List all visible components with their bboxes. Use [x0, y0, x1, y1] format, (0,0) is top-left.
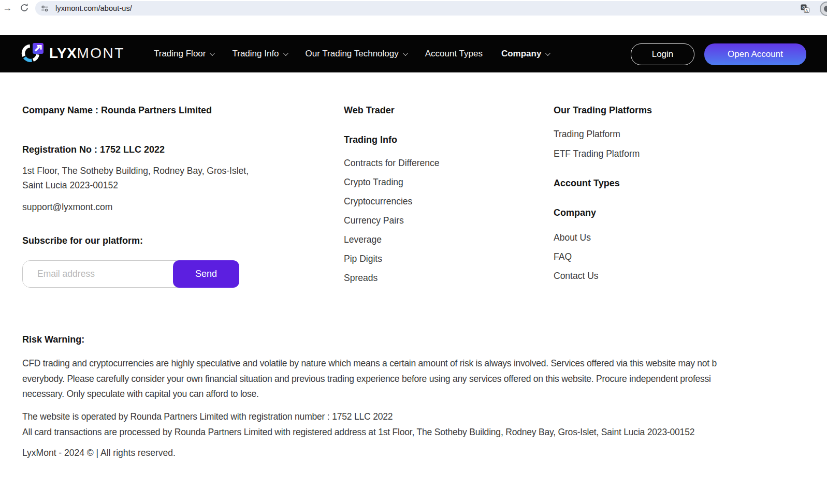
- footer-link-contracts-for-difference[interactable]: Contracts for Difference: [344, 154, 439, 173]
- trading-info-links: Contracts for Difference Crypto Trading …: [344, 154, 439, 288]
- risk-line-2: everybody. Please carefully consider you…: [22, 372, 827, 387]
- risk-warning-heading: Risk Warning:: [22, 334, 84, 345]
- brand-name-bold: LYX: [49, 45, 77, 62]
- send-button[interactable]: Send: [173, 260, 239, 288]
- chevron-down-icon: [210, 51, 215, 56]
- browser-toolbar: → lyxmont.com/about-us/ G A: [0, 0, 827, 18]
- nav-item-trading-info[interactable]: Trading Info: [232, 49, 286, 59]
- login-button[interactable]: Login: [631, 43, 694, 65]
- registration-heading: Registration No : 1752 LLC 2022: [22, 144, 165, 155]
- chevron-down-icon: [403, 51, 408, 56]
- nav-item-label: Trading Info: [232, 49, 279, 59]
- subscribe-heading: Subscribe for our platform:: [22, 235, 143, 246]
- lyxmont-logo-icon: [21, 42, 44, 64]
- support-email-link[interactable]: support@lyxmont.com: [22, 202, 112, 213]
- risk-line-1: CFD trading and cryptocurrencies are hig…: [22, 356, 827, 372]
- footer-link-pip-digits[interactable]: Pip Digits: [344, 249, 439, 269]
- company-links: About Us FAQ Contact Us: [554, 228, 599, 286]
- nav-item-label: Our Trading Technology: [306, 49, 399, 59]
- site-navbar: LYXMONT Trading Floor Trading Info Our T…: [0, 35, 827, 72]
- footer-link-about-us[interactable]: About Us: [554, 228, 599, 247]
- chevron-down-icon: [283, 51, 288, 56]
- platform-links: Trading Platform ETF Trading Platform: [554, 124, 640, 164]
- svg-text:A: A: [805, 8, 808, 13]
- forward-icon[interactable]: →: [2, 2, 13, 13]
- brand-name-light: MONT: [77, 45, 124, 62]
- nav-item-account-types[interactable]: Account Types: [425, 49, 483, 59]
- copyright-line: LyxMont - 2024 © | All rights reserved.: [22, 448, 176, 458]
- url-text: lyxmont.com/about-us/: [55, 4, 132, 12]
- reload-icon[interactable]: [19, 2, 30, 13]
- main-nav: Trading Floor Trading Info Our Trading T…: [154, 35, 549, 72]
- nav-item-trading-floor[interactable]: Trading Floor: [154, 49, 213, 59]
- brand-logo[interactable]: LYXMONT: [21, 42, 125, 64]
- web-trader-link[interactable]: Web Trader: [344, 105, 395, 116]
- footer-link-spreads[interactable]: Spreads: [344, 269, 439, 288]
- risk-warning-paragraph: CFD trading and cryptocurrencies are hig…: [22, 356, 827, 405]
- platforms-heading: Our Trading Platforms: [554, 105, 652, 116]
- nav-item-company[interactable]: Company: [501, 49, 549, 59]
- nav-item-our-trading-technology[interactable]: Our Trading Technology: [306, 49, 407, 59]
- footer-link-etf-trading-platform[interactable]: ETF Trading Platform: [554, 144, 640, 164]
- footer-link-leverage[interactable]: Leverage: [344, 230, 439, 249]
- open-account-button[interactable]: Open Account: [704, 43, 806, 65]
- brand-name: LYXMONT: [49, 45, 125, 62]
- nav-item-label: Trading Floor: [154, 49, 206, 59]
- url-bar[interactable]: lyxmont.com/about-us/ G A: [35, 1, 827, 16]
- operated-by-line: The website is operated by Rounda Partne…: [22, 411, 393, 422]
- footer-link-contact-us[interactable]: Contact Us: [554, 266, 599, 286]
- chevron-down-icon: [545, 51, 550, 56]
- trading-info-heading: Trading Info: [344, 135, 397, 145]
- card-transactions-line: All card transactions are processed by R…: [22, 427, 694, 438]
- subscribe-form: Send: [22, 260, 239, 288]
- translate-icon[interactable]: G A: [801, 4, 809, 15]
- footer-link-faq[interactable]: FAQ: [554, 247, 599, 266]
- company-name-heading: Company Name : Rounda Partners Limited: [22, 105, 212, 116]
- nav-item-label: Account Types: [425, 49, 483, 59]
- company-heading: Company: [554, 207, 596, 218]
- site-settings-icon[interactable]: [41, 5, 49, 12]
- footer-link-trading-platform[interactable]: Trading Platform: [554, 124, 640, 144]
- risk-line-3: necessary. Only speculate with capital y…: [22, 387, 827, 402]
- account-types-heading[interactable]: Account Types: [554, 178, 620, 189]
- footer-link-cryptocurrencies[interactable]: Cryptocurrencies: [344, 192, 439, 211]
- footer-link-currency-pairs[interactable]: Currency Pairs: [344, 211, 439, 230]
- nav-item-label: Company: [501, 49, 541, 59]
- footer-link-crypto-trading[interactable]: Crypto Trading: [344, 173, 439, 192]
- company-address: 1st Floor, The Sotheby Building, Rodney …: [22, 164, 250, 192]
